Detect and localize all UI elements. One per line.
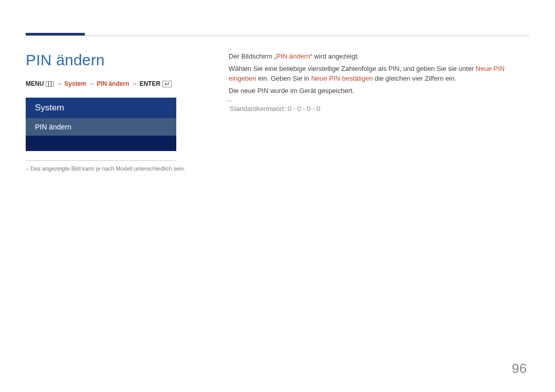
body-line-2: Wählen Sie eine beliebige vierstellige Z… [229,64,529,84]
body-line-1: Der Bildschirm „PIN ändern“ wird angezei… [229,51,529,62]
menu-header: System [26,98,176,118]
body-line-3: Die neue PIN wurde im Gerät gespeichert. [229,86,529,96]
left-footnote: – Das angezeigte Bild kann je nach Model… [26,165,200,173]
menu-item-pin: PIN ändern [26,118,176,136]
text: “ wird angezeigt. [310,52,359,60]
right-column: Der Bildschirm „PIN ändern“ wird angezei… [200,51,529,173]
left-column: PIN ändern MENU → System → PIN ändern → … [26,51,200,173]
arrow-icon: → [88,80,95,87]
breadcrumb-pin: PIN ändern [97,80,129,87]
page-title: PIN ändern [26,51,200,69]
highlight-neue-pin-bestaetigen: Neue PIN bestätigen [311,74,373,82]
menu-grid-icon [46,80,54,87]
text: ein. Geben Sie in [256,74,311,82]
text: die gleichen vier Ziffern ein. [373,74,456,82]
text: Wählen Sie eine beliebige vierstellige Z… [229,65,476,72]
text: Der Bildschirm „ [229,52,276,60]
enter-icon [162,80,172,87]
breadcrumb: MENU → System → PIN ändern → ENTER [26,80,200,87]
menu-empty-row [26,136,176,151]
highlight-pin-aendern: PIN ändern [276,52,310,60]
arrow-icon: → [56,80,62,87]
breadcrumb-enter: ENTER [139,80,160,87]
breadcrumb-system: System [64,80,86,87]
breadcrumb-menu: MENU [26,80,44,87]
arrow-icon: → [131,80,137,87]
page-number: 96 [512,361,527,377]
default-password-note: Standardkennwort: 0 - 0 - 0 - 0 [230,104,529,114]
content: PIN ändern MENU → System → PIN ändern → … [26,51,529,173]
top-rule [26,35,529,36]
menu-preview: System PIN ändern [26,98,176,151]
svg-rect-0 [46,81,54,87]
document-page: PIN ändern MENU → System → PIN ändern → … [0,0,555,392]
small-rule [26,160,176,161]
